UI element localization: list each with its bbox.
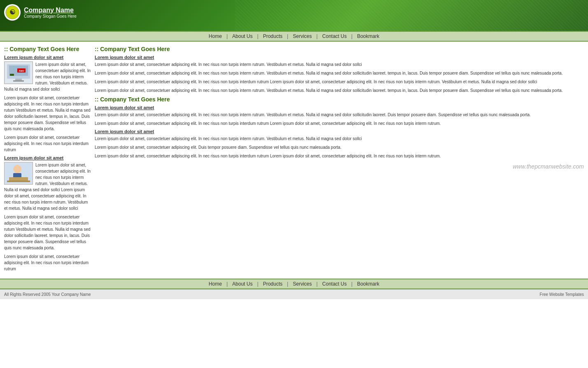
left-image-2 [4, 162, 33, 185]
left-block-1: AMD Lorem ipsum dolor sit amet, consecte… [4, 61, 91, 95]
right-text-1: Lorem ipsum dolor sit amet, consectetuer… [95, 61, 584, 68]
footer: All Rights Reserved 2005 Your Company Na… [0, 289, 588, 299]
svg-rect-13 [9, 177, 28, 180]
right-sub-title-3: Lorem ipsum dolor sit amet [95, 129, 584, 134]
nav-about-us[interactable]: About Us [229, 33, 256, 39]
left-text-7: Lorem ipsum dolor sit amet, consectetuer… [4, 253, 91, 272]
svg-text:AMD: AMD [19, 70, 24, 72]
left-text-4: Lorem ipsum dolor sit amet, consectetuer… [4, 134, 91, 153]
right-text-3: Lorem ipsum dolor sit amet, consectetuer… [95, 79, 584, 85]
right-text-4: Lorem ipsum dolor sit amet, consectetuer… [95, 87, 584, 94]
nav-products[interactable]: Products [260, 33, 286, 39]
bottom-nav-sep-5: | [351, 281, 352, 287]
svg-text:☯: ☯ [9, 8, 15, 16]
right-section-title: :: Company Text Goes Here [95, 46, 584, 52]
svg-point-11 [13, 165, 21, 173]
right-text-5: Lorem ipsum dolor sit amet, consectetuer… [95, 112, 584, 118]
left-sub-title-2: Lorem ipsum dolor sit amet [4, 155, 91, 160]
header: ☯ Company Name Company Slogan Goes Here [0, 0, 588, 31]
bottom-nav-sep-1: | [226, 281, 228, 287]
nav-sep-5: | [351, 33, 352, 39]
header-overlay [235, 0, 588, 31]
svg-rect-9 [10, 74, 14, 76]
logo-icon: ☯ [4, 4, 21, 21]
bottom-nav: Home | About Us | Products | Services | … [0, 279, 588, 289]
watermark: www.thepcmanwebsite.com [95, 163, 584, 170]
svg-rect-6 [13, 80, 24, 82]
nav-home[interactable]: Home [205, 33, 225, 39]
bottom-nav-services[interactable]: Services [289, 281, 315, 287]
logo-text: Company Name Company Slogan Goes Here [24, 7, 77, 19]
bottom-nav-contact-us[interactable]: Contact Us [319, 281, 350, 287]
nav-sep-3: | [287, 33, 288, 39]
bottom-nav-home[interactable]: Home [205, 281, 225, 287]
right-text-7: Lorem ipsum dolor sit amet, consectetuer… [95, 136, 584, 142]
svg-rect-14 [7, 180, 30, 182]
bottom-nav-sep-2: | [257, 281, 258, 287]
nav-sep-4: | [316, 33, 317, 39]
company-slogan: Company Slogan Goes Here [24, 14, 77, 19]
main-content: :: Company Text Goes Here Lorem ipsum do… [0, 42, 588, 279]
left-block-2: Lorem ipsum dolor sit amet, consectetuer… [4, 162, 91, 214]
bottom-nav-products[interactable]: Products [260, 281, 286, 287]
credit: Free Website Templates [540, 292, 584, 297]
copyright: All Rights Reserved 2005 Your Company Na… [4, 292, 91, 297]
bottom-nav-sep-4: | [316, 281, 317, 287]
right-text-8: Lorem ipsum dolor sit amet, consectetuer… [95, 144, 584, 150]
nav-contact-us[interactable]: Contact Us [319, 33, 350, 39]
right-text-9: Lorem ipsum dolor sit amet, consectetuer… [95, 153, 584, 159]
right-text-6: Lorem ipsum dolor sit amet, consectetuer… [95, 120, 584, 127]
right-section-title-2: :: Company Text Goes Here [95, 96, 584, 103]
company-name: Company Name [24, 7, 77, 14]
left-text-6: Lorem ipsum dolor sit amet, consectetuer… [4, 214, 91, 251]
top-nav: Home | About Us | Products | Services | … [0, 31, 588, 42]
logo-area: ☯ Company Name Company Slogan Goes Here [4, 4, 77, 21]
left-sub-title-1: Lorem ipsum dolor sit amet [4, 55, 91, 60]
right-sub-title-1: Lorem ipsum dolor sit amet [95, 55, 584, 60]
left-image-1: AMD [4, 61, 33, 84]
bottom-nav-about-us[interactable]: About Us [229, 281, 256, 287]
left-section-title: :: Company Text Goes Here [4, 46, 91, 52]
nav-sep-2: | [257, 33, 258, 39]
right-column: :: Company Text Goes Here Lorem ipsum do… [95, 46, 584, 274]
nav-sep-1: | [226, 33, 228, 39]
left-column: :: Company Text Goes Here Lorem ipsum do… [4, 46, 91, 274]
right-text-2: Lorem ipsum dolor sit amet, consectetuer… [95, 70, 584, 76]
bottom-nav-bookmark[interactable]: Bookmark [354, 281, 383, 287]
nav-bookmark[interactable]: Bookmark [354, 33, 383, 39]
left-text-3: Lorem ipsum dolor sit amet, consectetuer… [4, 95, 91, 132]
right-sub-title-2: Lorem ipsum dolor sit amet [95, 105, 584, 110]
svg-rect-5 [15, 79, 22, 80]
nav-services[interactable]: Services [289, 33, 315, 39]
bottom-nav-sep-3: | [287, 281, 288, 287]
